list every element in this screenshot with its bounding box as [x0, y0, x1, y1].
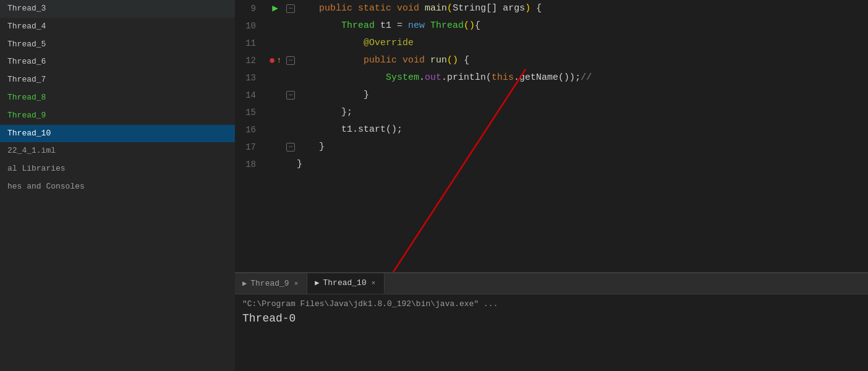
tab-close-thread10-tab[interactable]: ×	[370, 278, 377, 288]
code-content-9: public static void main(String[] args) {	[297, 0, 868, 17]
tabs-bar: ▶Thread_9×▶Thread_10×	[235, 273, 868, 294]
code-content-13: System.out.println(this.getName());//	[297, 69, 868, 87]
line-number-12: 12	[235, 52, 266, 69]
line-number-15: 15	[235, 104, 266, 121]
tab-thread9-tab[interactable]: ▶Thread_9×	[235, 273, 307, 294]
code-line-10: 10 Thread t1 = new Thread(){	[235, 17, 868, 35]
code-content-18: }	[297, 156, 868, 173]
code-line-13: 13 System.out.println(this.getName());//	[235, 69, 868, 87]
console-output: Thread-0	[242, 312, 861, 325]
line-gutter-12: ●↑	[266, 52, 284, 69]
console-command: "C:\Program Files\Java\jdk1.8.0_192\bin\…	[242, 299, 861, 309]
breakpoint-icon[interactable]: ●	[269, 52, 276, 69]
tab-close-thread9-tab[interactable]: ×	[293, 279, 300, 289]
tab-icon-thread10-tab: ▶	[315, 278, 319, 288]
line-number-17: 17	[235, 139, 266, 156]
line-number-10: 10	[235, 17, 266, 35]
fold-icon-9[interactable]: −	[286, 4, 295, 13]
code-line-15: 15 };	[235, 104, 868, 121]
run-icon[interactable]: ▶	[272, 0, 278, 17]
line-number-9: 9	[235, 0, 266, 17]
tab-label-thread10-tab: Thread_10	[323, 278, 367, 288]
fold-gutter-17: −	[284, 143, 297, 151]
sidebar-item-iml[interactable]: 22_4_1.iml	[0, 142, 235, 160]
sidebar-item-thread5[interactable]: Thread_5	[0, 36, 235, 54]
line-number-13: 13	[235, 69, 266, 87]
code-line-16: 16 t1.start();	[235, 121, 868, 139]
code-line-9: 9▶− public static void main(String[] arg…	[235, 0, 868, 17]
sidebar-item-thread6[interactable]: Thread_6	[0, 53, 235, 71]
line-gutter-9: ▶	[266, 0, 284, 17]
sidebar-item-thread8[interactable]: Thread_8	[0, 89, 235, 107]
main-area: 9▶− public static void main(String[] arg…	[235, 0, 868, 371]
console-content: "C:\Program Files\Java\jdk1.8.0_192\bin\…	[235, 294, 868, 371]
code-lines: 9▶− public static void main(String[] arg…	[235, 0, 868, 272]
code-content-11: @Override	[297, 35, 868, 52]
code-content-17: }	[297, 139, 868, 156]
tab-thread10-tab[interactable]: ▶Thread_10×	[307, 273, 385, 294]
sidebar-item-thread9[interactable]: Thread_9	[0, 107, 235, 125]
fold-gutter-12: −	[284, 56, 297, 65]
fold-icon-14[interactable]: −	[286, 91, 295, 100]
sidebar-item-thread10[interactable]: Thread_10	[0, 125, 235, 143]
fold-gutter-14: −	[284, 91, 297, 100]
code-content-12: public void run() {	[297, 52, 868, 69]
code-content-16: t1.start();	[297, 121, 868, 139]
sidebar-item-thread3[interactable]: Thread_3	[0, 0, 235, 18]
sidebar-item-thread7[interactable]: Thread_7	[0, 71, 235, 89]
sidebar-item-thread4[interactable]: Thread_4	[0, 18, 235, 36]
sidebar-item-libraries[interactable]: al Libraries	[0, 160, 235, 178]
code-line-14: 14− }	[235, 87, 868, 104]
fold-icon-12[interactable]: −	[286, 56, 295, 65]
code-line-17: 17− }	[235, 139, 868, 156]
line-number-18: 18	[235, 156, 266, 173]
code-content-14: }	[297, 87, 868, 104]
tab-icon-thread9-tab: ▶	[242, 279, 247, 288]
bottom-panel: ▶Thread_9×▶Thread_10× "C:\Program Files\…	[235, 272, 868, 371]
code-container: 9▶− public static void main(String[] arg…	[235, 0, 868, 272]
fold-icon-17[interactable]: −	[286, 143, 295, 151]
code-line-12: 12●↑− public void run() {	[235, 52, 868, 69]
sidebar: Thread_3Thread_4Thread_5Thread_6Thread_7…	[0, 0, 235, 371]
line-number-16: 16	[235, 121, 266, 139]
code-line-18: 18}	[235, 156, 868, 173]
code-content-10: Thread t1 = new Thread(){	[297, 17, 868, 35]
sidebar-item-consoles[interactable]: hes and Consoles	[0, 178, 235, 196]
line-number-11: 11	[235, 35, 266, 52]
code-editor: 9▶− public static void main(String[] arg…	[235, 0, 868, 272]
line-number-14: 14	[235, 87, 266, 104]
fold-gutter-9: −	[284, 4, 297, 13]
code-line-11: 11 @Override	[235, 35, 868, 52]
tab-label-thread9-tab: Thread_9	[250, 279, 289, 288]
breakpoint-arrow-icon: ↑	[277, 52, 282, 69]
code-content-15: };	[297, 104, 868, 121]
